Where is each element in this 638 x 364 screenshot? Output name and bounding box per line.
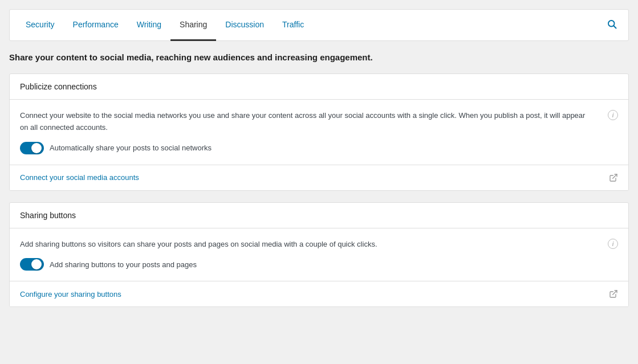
svg-line-3 bbox=[613, 291, 617, 295]
svg-point-0 bbox=[608, 21, 615, 27]
sharing-buttons-link-row: Configure your sharing buttons bbox=[10, 281, 628, 306]
nav-bar: Security Performance Writing Sharing Dis… bbox=[9, 9, 629, 41]
sharing-buttons-toggle[interactable] bbox=[20, 258, 44, 271]
publicize-body: Connect your website to the social media… bbox=[10, 100, 628, 165]
svg-line-1 bbox=[614, 26, 616, 28]
publicize-toggle[interactable] bbox=[20, 142, 44, 154]
tab-writing[interactable]: Writing bbox=[128, 10, 170, 41]
publicize-toggle-row: Automatically share your posts to social… bbox=[20, 142, 618, 154]
publicize-toggle-slider bbox=[20, 142, 44, 154]
tab-traffic[interactable]: Traffic bbox=[273, 10, 313, 41]
publicize-link-row: Connect your social media accounts bbox=[10, 165, 628, 190]
tab-security[interactable]: Security bbox=[17, 10, 64, 41]
publicize-section: Publicize connections Connect your websi… bbox=[9, 73, 629, 191]
page-heading: Share your content to social media, reac… bbox=[9, 52, 629, 62]
publicize-external-icon bbox=[609, 173, 618, 182]
nav-tabs: Security Performance Writing Sharing Dis… bbox=[17, 10, 602, 40]
tab-discussion[interactable]: Discussion bbox=[216, 10, 273, 41]
publicize-description: Connect your website to the social media… bbox=[20, 110, 618, 134]
publicize-header: Publicize connections bbox=[10, 74, 628, 100]
sharing-buttons-toggle-slider bbox=[20, 258, 44, 271]
tab-performance[interactable]: Performance bbox=[64, 10, 128, 41]
search-button[interactable] bbox=[602, 14, 621, 36]
sharing-buttons-section: Sharing buttons Add sharing buttons so v… bbox=[9, 202, 629, 308]
sharing-buttons-info-icon[interactable]: i bbox=[608, 239, 618, 249]
search-icon bbox=[607, 19, 617, 29]
publicize-link[interactable]: Connect your social media accounts bbox=[20, 173, 139, 182]
sharing-buttons-description: Add sharing buttons so visitors can shar… bbox=[20, 239, 618, 251]
publicize-toggle-label: Automatically share your posts to social… bbox=[50, 144, 212, 152]
sharing-buttons-toggle-label: Add sharing buttons to your posts and pa… bbox=[50, 260, 197, 269]
tab-sharing[interactable]: Sharing bbox=[170, 10, 216, 41]
sharing-buttons-toggle-row: Add sharing buttons to your posts and pa… bbox=[20, 258, 618, 271]
sharing-buttons-external-icon bbox=[609, 289, 618, 298]
sharing-buttons-body: Add sharing buttons so visitors can shar… bbox=[10, 228, 628, 282]
main-container: Security Performance Writing Sharing Dis… bbox=[9, 9, 629, 307]
svg-line-2 bbox=[613, 174, 617, 178]
sharing-buttons-header: Sharing buttons bbox=[10, 203, 628, 228]
publicize-info-icon[interactable]: i bbox=[608, 110, 618, 120]
sharing-buttons-link[interactable]: Configure your sharing buttons bbox=[20, 290, 121, 298]
